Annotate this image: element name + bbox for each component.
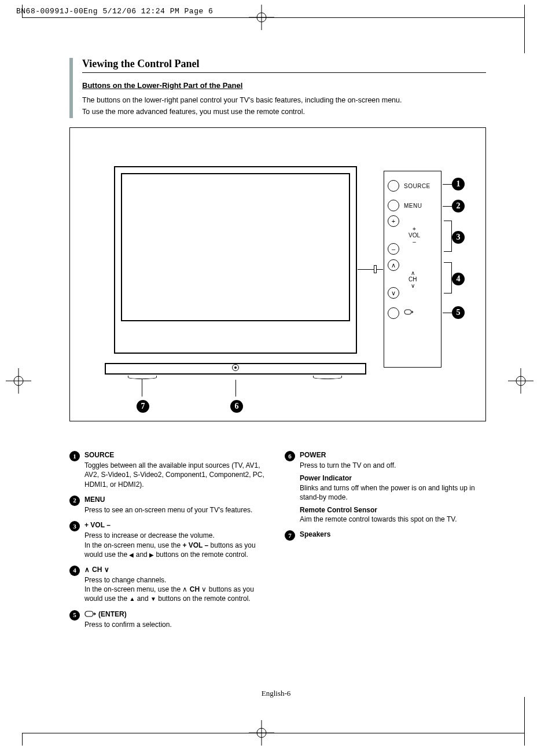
right-triangle-icon: ▶ (149, 551, 154, 559)
crop-mark (524, 5, 525, 53)
item-sub-body: Blinks and turns off when the power is o… (300, 483, 486, 502)
item-body: Press to confirm a selection. (84, 620, 271, 629)
source-button-icon (388, 180, 399, 192)
item-subtitle: Remote Control Sensor (300, 505, 486, 515)
chevron-up-icon: ∧ (84, 565, 90, 574)
item-sub-body: Aim the remote control towards this spot… (300, 515, 486, 524)
item-body-line2: In the on-screen menu, use the + VOL – b… (84, 541, 271, 559)
item-body-line2: In the on-screen menu, use the ∧ CH ∨ bu… (84, 585, 271, 603)
svg-rect-12 (404, 310, 411, 314)
num-badge: 3 (69, 521, 80, 531)
registration-mark-icon (6, 368, 31, 394)
item-body: Toggles between all the available input … (84, 461, 271, 489)
registration-mark-icon (249, 5, 274, 30)
callout-1: 1 (452, 178, 465, 190)
leader-line (443, 313, 452, 313)
description-columns: 1 SOURCE Toggles between all the availab… (69, 450, 486, 635)
item-enter: 5 (ENTER) Press to confirm a selection. (69, 610, 271, 629)
bracket (444, 221, 452, 252)
num-badge: 7 (285, 530, 295, 541)
leader-line (142, 379, 142, 397)
tv-screen (121, 173, 350, 321)
item-title: + VOL – (84, 520, 271, 530)
item-body-line1: Press to increase or decrease the volume… (84, 531, 271, 540)
ch-down-button-icon: ∨ (388, 287, 399, 299)
page-footer: English-6 (0, 689, 552, 698)
title-accent-bar (69, 58, 73, 118)
leader-line (443, 206, 452, 207)
up-triangle-icon: ▲ (129, 595, 135, 603)
print-header: BN68-00991J-00Eng 5/12/06 12:24 PM Page … (16, 7, 213, 16)
item-title: MENU (84, 495, 271, 504)
ch-up-button-icon: ∧ (388, 259, 399, 271)
power-led-icon (234, 366, 237, 369)
item-menu: 2 MENU Press to see an on-screen menu of… (69, 495, 271, 515)
item-title: SOURCE (84, 450, 271, 460)
down-triangle-icon: ▼ (150, 595, 156, 603)
item-title: ∧ CH ∨ (84, 565, 271, 574)
crop-mark (22, 5, 23, 17)
item-body: Press to turn the TV on and off. (300, 461, 486, 470)
num-badge: 4 (69, 566, 80, 576)
leader-line (235, 380, 236, 397)
item-speakers: 7 Speakers (285, 530, 486, 541)
crop-mark (22, 733, 23, 746)
item-power: 6 POWER Press to turn the TV on and off.… (285, 450, 486, 524)
section-subtitle: Buttons on the Lower-Right Part of the P… (82, 81, 486, 90)
intro-text: The buttons on the lower-right panel con… (82, 96, 486, 117)
item-title: Speakers (300, 530, 486, 539)
item-title: (ENTER) (84, 610, 271, 619)
menu-label: MENU (404, 203, 422, 209)
menu-button-icon (388, 200, 399, 211)
enter-button-icon (388, 307, 399, 319)
svg-rect-13 (85, 611, 93, 616)
page-title: Viewing the Control Panel (82, 58, 486, 73)
callout-7: 7 (137, 400, 149, 413)
connector-icon (374, 265, 377, 273)
page-content: Viewing the Control Panel Buttons on the… (69, 58, 486, 635)
source-label: SOURCE (404, 183, 430, 189)
item-body: Press to see an on-screen menu of your T… (84, 505, 271, 515)
right-column: 6 POWER Press to turn the TV on and off.… (285, 450, 486, 635)
crop-mark (524, 697, 525, 746)
registration-mark-icon (508, 368, 533, 394)
callout-2: 2 (452, 200, 465, 212)
item-vol: 3 + VOL – Press to increase or decrease … (69, 520, 271, 559)
leader-line (358, 269, 383, 270)
enter-icon (404, 309, 413, 317)
vol-up-button-icon: + (388, 215, 399, 227)
num-badge: 1 (69, 451, 80, 461)
item-title: POWER (300, 450, 486, 460)
item-body-line1: Press to change channels. (84, 575, 271, 585)
tv-diagram: SOURCE MENU + – +VOL– ∧ ∨ ∧CH∨ (69, 127, 486, 421)
enter-icon (84, 611, 96, 618)
chevron-up-icon: ∧ (182, 585, 187, 593)
chevron-down-icon: ∨ (104, 565, 109, 574)
item-ch: 4 ∧ CH ∨ Press to change channels. In th… (69, 565, 271, 604)
vol-down-button-icon: – (388, 243, 399, 255)
callout-6: 6 (230, 400, 243, 413)
speaker-left-icon (128, 376, 157, 379)
bracket (444, 262, 452, 293)
num-badge: 2 (69, 496, 80, 506)
left-column: 1 SOURCE Toggles between all the availab… (69, 450, 271, 635)
callout-5: 5 (452, 306, 465, 319)
item-subtitle: Power Indicator (300, 474, 486, 483)
num-badge: 6 (285, 451, 295, 461)
callout-4: 4 (452, 273, 465, 285)
vol-label: VOL (409, 232, 420, 238)
num-badge: 5 (69, 610, 80, 621)
speaker-right-icon (313, 376, 342, 379)
item-source: 1 SOURCE Toggles between all the availab… (69, 450, 271, 489)
registration-mark-icon (249, 720, 274, 746)
leader-line (443, 184, 452, 185)
ch-label: CH (409, 276, 417, 282)
callout-3: 3 (452, 231, 465, 244)
control-panel: SOURCE MENU + – +VOL– ∧ ∨ ∧CH∨ (384, 171, 441, 368)
